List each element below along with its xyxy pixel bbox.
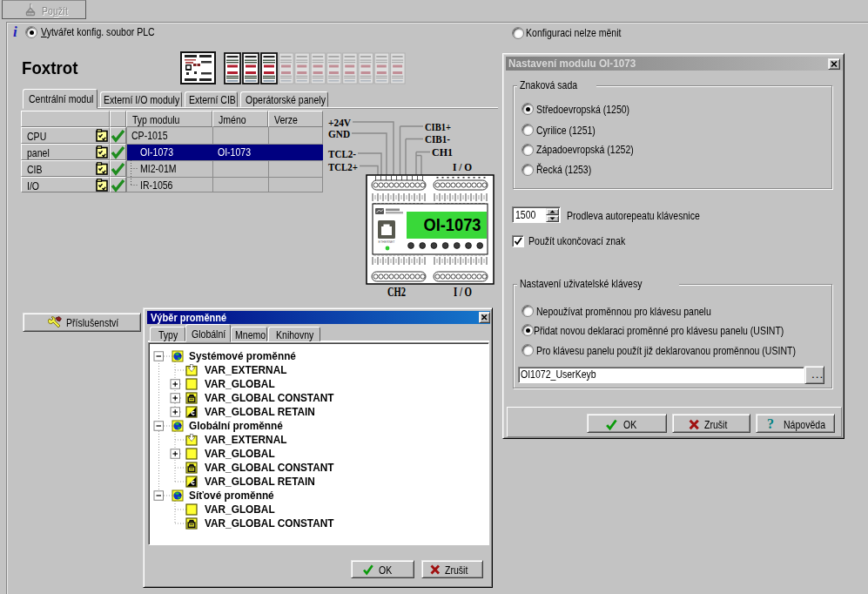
svg-text:CH2: CH2 (387, 285, 406, 299)
svg-text:OI-1073: OI-1073 (424, 214, 481, 234)
svg-text:I / O: I / O (454, 285, 472, 299)
svg-text:ETHERNET: ETHERNET (379, 240, 396, 244)
svg-text:CIB1+: CIB1+ (425, 120, 451, 133)
svg-text:GND: GND (328, 127, 350, 140)
svg-text:CH1: CH1 (432, 145, 453, 159)
svg-text:TCL2+: TCL2+ (328, 160, 358, 173)
svg-text:I / O: I / O (453, 160, 472, 173)
svg-text:TCL2-: TCL2- (328, 147, 356, 160)
svg-text:CIB1-: CIB1- (425, 132, 450, 145)
